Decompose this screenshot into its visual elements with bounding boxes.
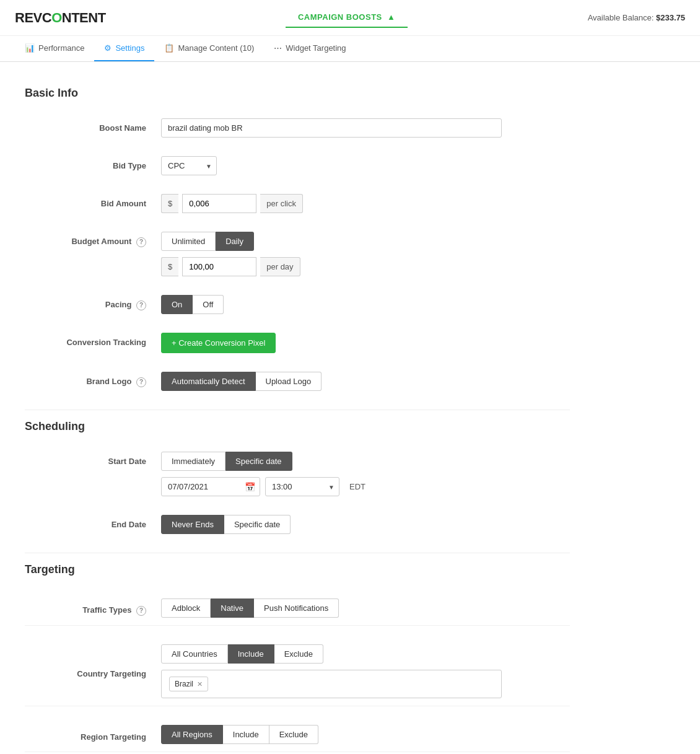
traffic-type-btn-group: Adblock Native Push Notifications — [161, 598, 570, 618]
country-all-btn[interactable]: All Countries — [161, 644, 228, 664]
country-targeting-control: All Countries Include Exclude Brazil ✕ — [161, 644, 570, 698]
country-exclude-btn[interactable]: Exclude — [274, 644, 323, 664]
top-nav: CAMPAIGN BOOSTS ▲ — [286, 7, 408, 28]
budget-per-day: per day — [260, 257, 300, 276]
content-icon: 📋 — [164, 43, 174, 53]
auto-detect-btn[interactable]: Automatically Detect — [161, 372, 256, 391]
country-targeting-row: Country Targeting All Countries Include … — [25, 637, 570, 706]
pacing-row: Pacing ? On Off — [25, 291, 570, 318]
sub-nav: 📊 Performance ⚙ Settings 📋 Manage Conten… — [0, 36, 700, 62]
remove-brazil-icon[interactable]: ✕ — [197, 680, 203, 688]
widget-icon: ⋯ — [274, 43, 282, 53]
end-date-control: Never Ends Specific date — [161, 515, 570, 534]
end-date-row: End Date Never Ends Specific date — [25, 511, 570, 538]
country-tags-input[interactable]: Brazil ✕ — [161, 670, 502, 698]
traffic-types-label: Traffic Types ? — [25, 600, 161, 616]
pacing-btn-group: On Off — [161, 295, 570, 314]
traffic-native-btn[interactable]: Native — [211, 598, 254, 618]
budget-amount-row-inner: $ per day — [161, 257, 570, 276]
start-date-control: Immediately Specific date 📅 13:00 EDT — [161, 452, 570, 496]
region-exclude-btn[interactable]: Exclude — [269, 725, 318, 744]
bid-type-control: CPC CPM — [161, 156, 570, 175]
logo-highlight: O — [51, 10, 62, 25]
country-targeting-label: Country Targeting — [25, 664, 161, 678]
country-tags-wrapper: Brazil ✕ — [161, 670, 570, 698]
upload-logo-btn[interactable]: Upload Logo — [256, 372, 322, 391]
boost-name-label: Boost Name — [25, 118, 161, 133]
budget-unlimited-btn[interactable]: Unlimited — [161, 232, 216, 251]
pacing-help-icon[interactable]: ? — [136, 300, 146, 310]
bid-dollar-sign: $ — [161, 194, 178, 213]
main-content: Basic Info Boost Name Bid Type CPC CPM B… — [0, 62, 595, 754]
region-targeting-control: All Regions Include Exclude — [161, 725, 570, 744]
brand-logo-label: Brand Logo ? — [25, 372, 161, 387]
traffic-types-row: Traffic Types ? Adblock Native Push Noti… — [25, 591, 570, 626]
bid-type-select[interactable]: CPC CPM — [161, 156, 217, 175]
scheduling-date-time-row: 📅 13:00 EDT — [161, 477, 570, 496]
bid-amount-input[interactable] — [182, 194, 256, 213]
budget-amount-row: Budget Amount ? Unlimited Daily $ per da… — [25, 228, 570, 280]
settings-icon: ⚙ — [104, 43, 112, 53]
time-select[interactable]: 13:00 — [265, 477, 339, 496]
create-pixel-btn[interactable]: + Create Conversion Pixel — [161, 333, 276, 353]
sub-nav-widget-targeting[interactable]: ⋯ Widget Targeting — [264, 36, 356, 61]
conversion-tracking-label: Conversion Tracking — [25, 333, 161, 347]
basic-info-title: Basic Info — [25, 87, 570, 105]
pacing-on-btn[interactable]: On — [161, 295, 193, 314]
end-date-btn-group: Never Ends Specific date — [161, 515, 570, 534]
sub-nav-performance[interactable]: 📊 Performance — [15, 36, 94, 61]
bid-type-row: Bid Type CPC CPM — [25, 152, 570, 179]
targeting-title: Targeting — [25, 553, 570, 581]
sub-nav-settings[interactable]: ⚙ Settings — [94, 36, 154, 61]
sub-nav-manage-content[interactable]: 📋 Manage Content (10) — [154, 36, 264, 61]
bid-amount-group: $ per click — [161, 194, 570, 213]
brand-logo-help-icon[interactable]: ? — [136, 377, 146, 387]
end-specific-date-btn[interactable]: Specific date — [224, 515, 291, 534]
country-tag-brazil: Brazil ✕ — [169, 677, 208, 691]
region-targeting-label: Region Targeting — [25, 727, 161, 742]
header: REVCONTENT CAMPAIGN BOOSTS ▲ Available B… — [0, 0, 700, 36]
pacing-control: On Off — [161, 295, 570, 314]
bid-amount-label: Bid Amount — [25, 194, 161, 208]
country-include-btn[interactable]: Include — [228, 644, 274, 664]
time-select-wrapper: 13:00 — [265, 477, 339, 496]
specific-date-btn[interactable]: Specific date — [225, 452, 292, 471]
balance-value: $233.75 — [656, 13, 685, 22]
bid-per-click: per click — [260, 194, 303, 213]
traffic-push-btn[interactable]: Push Notifications — [254, 598, 339, 618]
traffic-adblock-btn[interactable]: Adblock — [161, 598, 211, 618]
budget-amount-label: Budget Amount ? — [25, 232, 161, 247]
never-ends-btn[interactable]: Never Ends — [161, 515, 224, 534]
budget-amount-group: $ per day — [161, 257, 570, 276]
budget-help-icon[interactable]: ? — [136, 237, 146, 247]
pacing-off-btn[interactable]: Off — [193, 295, 224, 314]
boost-name-input[interactable] — [161, 118, 502, 138]
budget-type-group: Unlimited Daily — [161, 232, 570, 251]
date-input-wrapper: 📅 — [161, 477, 260, 496]
start-date-btn-group: Immediately Specific date — [161, 452, 570, 471]
bid-type-label: Bid Type — [25, 156, 161, 170]
budget-daily-btn[interactable]: Daily — [216, 232, 254, 251]
budget-amount-control: Unlimited Daily $ per day — [161, 232, 570, 276]
budget-amount-input[interactable] — [182, 257, 256, 276]
brand-logo-btn-group: Automatically Detect Upload Logo — [161, 372, 570, 391]
region-all-btn[interactable]: All Regions — [161, 725, 223, 744]
logo-text: REVCONTENT — [15, 10, 106, 26]
nav-tab-campaign-boosts[interactable]: CAMPAIGN BOOSTS ▲ — [286, 7, 408, 28]
traffic-help-icon[interactable]: ? — [136, 606, 146, 616]
start-date-row: Start Date Immediately Specific date 📅 1… — [25, 448, 570, 500]
logo: REVCONTENT — [15, 10, 106, 26]
pacing-label: Pacing ? — [25, 295, 161, 310]
balance-display: Available Balance: $233.75 — [588, 13, 685, 22]
traffic-types-control: Adblock Native Push Notifications — [161, 598, 570, 618]
immediately-btn[interactable]: Immediately — [161, 452, 225, 471]
scheduling-title: Scheduling — [25, 410, 570, 438]
brand-logo-control: Automatically Detect Upload Logo — [161, 372, 570, 391]
brand-logo-row: Brand Logo ? Automatically Detect Upload… — [25, 368, 570, 395]
conversion-tracking-control: + Create Conversion Pixel — [161, 333, 570, 353]
calendar-icon[interactable]: 📅 — [245, 482, 255, 492]
timezone-label: EDT — [349, 482, 365, 491]
budget-dollar-sign: $ — [161, 257, 178, 276]
country-btn-group: All Countries Include Exclude — [161, 644, 570, 664]
region-include-btn[interactable]: Include — [223, 725, 269, 744]
